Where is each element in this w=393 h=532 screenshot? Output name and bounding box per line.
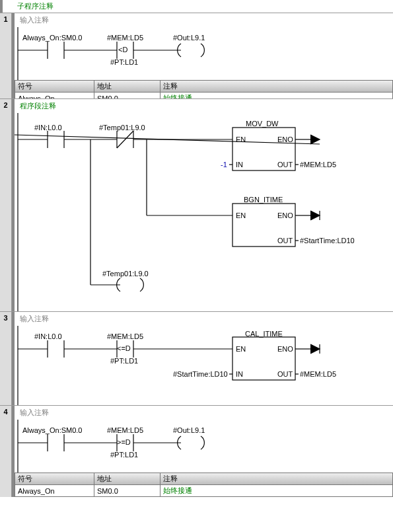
sym-cell: 始终接通 (161, 93, 393, 99)
network-body: 输入注释 #IN:L0.0 (12, 312, 393, 405)
compare-bot: #PT:LD1 (110, 357, 138, 365)
network-comment: 输入注释 (15, 406, 393, 420)
neg-contact-label: #Temp01:L9.0 (99, 124, 145, 132)
out-value: #MEM:LD5 (300, 161, 336, 169)
ladder-diagram: Always_On:SM0.0 #MEM:LD5 <D #PT:LD1 #Out… (15, 27, 393, 80)
network-3: 3 输入注释 (0, 311, 393, 405)
coil-label: #Out:L9.1 (173, 34, 205, 42)
compare-bot: #PT:LD1 (110, 58, 138, 66)
box-title: CAL_ITIME (245, 330, 283, 338)
compare-bot: #PT:LD1 (110, 451, 138, 459)
subprogram-title: 子程序注释 (0, 0, 393, 13)
symbol-table: 符号 地址 注释 Always_On SM0.0 始终接通 (15, 473, 393, 497)
network-number: 1 (0, 13, 12, 98)
box1-title: MOV_DW (246, 120, 279, 128)
box-eno: ENO (277, 345, 293, 353)
sym-hdr-3: 注释 (161, 473, 393, 485)
sym-hdr-2: 地址 (94, 473, 161, 485)
out-value: #MEM:LD5 (300, 370, 336, 378)
compare-top: #MEM:LD5 (107, 34, 143, 42)
sym-cell: SM0.0 (94, 93, 161, 99)
contact-label: #IN:L0.0 (34, 124, 62, 132)
sym-cell: 始终接通 (161, 485, 393, 497)
coil-label: #Out:L9.1 (173, 426, 205, 434)
box-en: EN (236, 135, 246, 143)
sym-hdr-3: 注释 (161, 81, 393, 93)
network-2: 2 程序段注释 (0, 98, 393, 311)
compare-top: #MEM:LD5 (107, 332, 143, 340)
network-number: 4 (0, 406, 12, 497)
sym-cell: SM0.0 (94, 485, 161, 497)
ladder-diagram: #IN:L0.0 #MEM:LD5 <=D #PT:LD1 CAL_ITIME … (15, 326, 393, 405)
contact-label: Always_On:SM0.0 (22, 426, 82, 434)
ladder-diagram: Always_On:SM0.0 #MEM:LD5 >=D #PT:LD1 #Ou… (15, 420, 393, 473)
coil-bot-label: #Temp01:L9.0 (102, 270, 149, 278)
box-en: EN (236, 345, 246, 353)
network-4: 4 输入注释 Always_On:SM0.0 #MEM:LD5 (0, 405, 393, 497)
in-value: #StartTime:LD10 (173, 370, 228, 378)
sym-hdr-1: 符号 (15, 81, 94, 93)
compare-op: >=D (117, 438, 131, 446)
sym-cell: Always_On (15, 93, 94, 99)
sym-cell: Always_On (15, 485, 94, 497)
sym-hdr-2: 地址 (94, 81, 161, 93)
compare-op: <D (118, 46, 127, 54)
in-value: -1 (221, 161, 227, 169)
box-in: IN (236, 370, 243, 378)
box-eno: ENO (277, 135, 293, 143)
network-body: 输入注释 Always_On:SM0.0 #MEM:LD5 >=D (12, 406, 393, 497)
network-comment: 程序段注释 (15, 99, 393, 113)
ladder-diagram: #IN:L0.0 #Temp01:L9.0 MOV_DW EN ENO IN O… (15, 113, 393, 311)
svg-line-19 (15, 135, 320, 144)
box-en: EN (236, 211, 246, 219)
page-root: 子程序注释 1 输入注释 (0, 0, 393, 497)
box-out: OUT (277, 237, 293, 245)
box2-title: BGN_ITIME (244, 196, 283, 204)
network-body: 输入注释 (12, 13, 393, 98)
svg-line-15 (117, 131, 133, 148)
box-in: IN (236, 161, 243, 169)
network-number: 3 (0, 312, 12, 405)
symbol-table: 符号 地址 注释 Always_On SM0.0 始终接通 (15, 80, 393, 98)
contact-label: Always_On:SM0.0 (22, 34, 82, 42)
out-value2: #StartTime:LD10 (300, 237, 355, 245)
box-eno: ENO (277, 211, 293, 219)
compare-op: <=D (117, 344, 131, 352)
network-comment: 输入注释 (15, 13, 393, 27)
network-1: 1 输入注释 (0, 13, 393, 98)
contact-label: #IN:L0.0 (34, 332, 62, 340)
compare-top: #MEM:LD5 (107, 426, 143, 434)
network-body: 程序段注释 (12, 99, 393, 311)
sym-hdr-1: 符号 (15, 473, 94, 485)
box-out: OUT (277, 370, 293, 378)
network-number: 2 (0, 99, 12, 311)
network-comment: 输入注释 (15, 312, 393, 326)
box-out: OUT (277, 161, 293, 169)
